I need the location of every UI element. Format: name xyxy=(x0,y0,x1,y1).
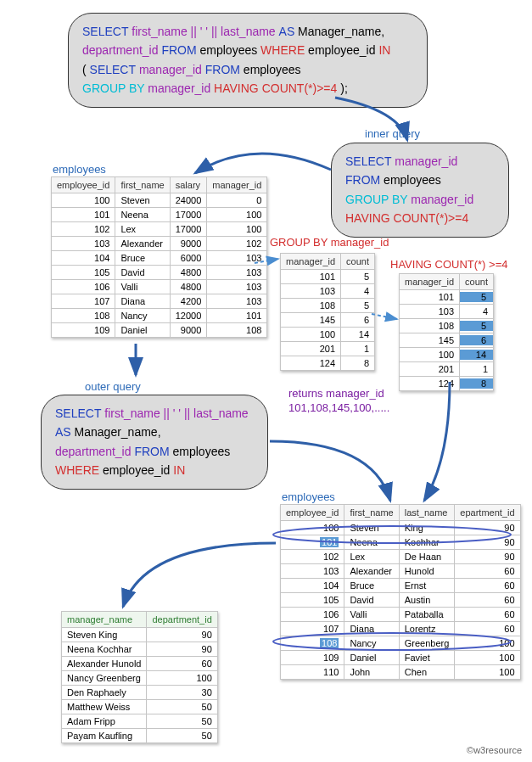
table-row: Steven King90 xyxy=(62,628,218,642)
groupby-table: manager_idcount1015103410851456100142011… xyxy=(280,253,375,371)
col-first_name: first_name xyxy=(344,505,399,521)
col-first_name: first_name xyxy=(115,177,170,193)
table-row: 100StevenKing90 xyxy=(281,521,521,535)
groupby-label: GROUP BY manager_id xyxy=(270,236,389,249)
table-row: 102LexDe Haan90 xyxy=(281,550,521,564)
inner-query-box: SELECT manager_id FROM employees GROUP B… xyxy=(331,143,509,238)
table-row: 101Neena17000100 xyxy=(52,208,267,222)
table-row: 1015 xyxy=(400,290,494,305)
table-row: 104Bruce6000103 xyxy=(52,251,267,266)
table-row: 1085 xyxy=(281,299,375,313)
col-manager_id: manager_id xyxy=(207,177,267,193)
col-manager_id: manager_id xyxy=(281,254,341,270)
col-last_name: last_name xyxy=(399,505,455,521)
table-row: 10014 xyxy=(281,328,375,342)
col-count: count xyxy=(460,274,494,290)
table-row: 100Steven240000 xyxy=(52,193,267,208)
table-row: 105DavidAustin60 xyxy=(281,593,521,608)
outer-query-box: SELECT first_name || ' ' || last_name AS… xyxy=(41,395,268,490)
returns-label: returns manager_id 101,108,145,100,..... xyxy=(288,387,424,416)
table-row: 1248 xyxy=(281,356,375,371)
col-epartment_id: epartment_id xyxy=(455,505,520,521)
table-row: Adam Fripp50 xyxy=(62,714,218,729)
table-row: 10014 xyxy=(400,348,494,362)
table-row: Neena Kochhar90 xyxy=(62,642,218,657)
table-row: 107DianaLorentz60 xyxy=(281,622,521,636)
table-row: 103AlexanderHunold60 xyxy=(281,564,521,579)
col-count: count xyxy=(341,254,375,270)
outer-query-label: outer query xyxy=(85,380,141,393)
table-row: 107Diana4200103 xyxy=(52,294,267,309)
table-row: 109DanielFaviet100 xyxy=(281,651,521,665)
table-row: 106Valli4800103 xyxy=(52,280,267,294)
table-row: 109Daniel9000108 xyxy=(52,323,267,338)
table-row: Den Raphaely30 xyxy=(62,686,218,700)
table-row: Alexander Hunold60 xyxy=(62,657,218,671)
employees-label-1: employees xyxy=(53,163,106,176)
employees-table-2: employee_idfirst_namelast_nameepartment_… xyxy=(280,504,521,680)
table-row: Matthew Weiss50 xyxy=(62,700,218,714)
main-query-box: SELECT first_name || ' ' || last_name AS… xyxy=(68,13,428,108)
col-manager_name: manager_name xyxy=(62,612,147,628)
table-row: 1085 xyxy=(400,319,494,333)
table-row: 108Nancy12000101 xyxy=(52,309,267,323)
table-row: 1034 xyxy=(400,305,494,319)
table-row: Payam Kaufling50 xyxy=(62,729,218,743)
table-row: 105David4800103 xyxy=(52,266,267,280)
table-row: 106ValliPataballa60 xyxy=(281,608,521,622)
kw-select: SELECT xyxy=(82,25,128,38)
table-row: 110JohnChen100 xyxy=(281,665,521,680)
table-row: 101NeenaKochhar90 xyxy=(281,535,521,550)
inner-query-label: inner query xyxy=(365,127,420,140)
col-employee_id: employee_id xyxy=(52,177,115,193)
table-row: 1456 xyxy=(281,313,375,328)
having-table: manager_idcount1015103410851456100142011… xyxy=(399,273,494,391)
table-row: 2011 xyxy=(281,342,375,356)
employees-table-1: employee_idfirst_namesalarymanager_id100… xyxy=(51,176,267,338)
footer-credit: ©w3resource xyxy=(467,745,522,755)
col-salary: salary xyxy=(170,177,207,193)
employees-label-2: employees xyxy=(282,490,335,503)
col-employee_id: employee_id xyxy=(281,505,344,521)
table-row: 103Alexander9000102 xyxy=(52,237,267,251)
table-row: 102Lex17000100 xyxy=(52,222,267,237)
table-row: 2011 xyxy=(400,362,494,377)
col-manager_id: manager_id xyxy=(400,274,460,290)
table-row: 1456 xyxy=(400,333,494,348)
table-row: 1034 xyxy=(281,284,375,299)
table-row: 1015 xyxy=(281,270,375,284)
table-row: 108NancyGreenberg100 xyxy=(281,636,521,651)
col-department_id: department_id xyxy=(147,612,217,628)
table-row: 104BruceErnst60 xyxy=(281,579,521,593)
result-table: manager_namedepartment_idSteven King90Ne… xyxy=(61,611,218,743)
table-row: Nancy Greenberg100 xyxy=(62,671,218,686)
having-label: HAVING COUNT(*) >=4 xyxy=(390,258,507,271)
